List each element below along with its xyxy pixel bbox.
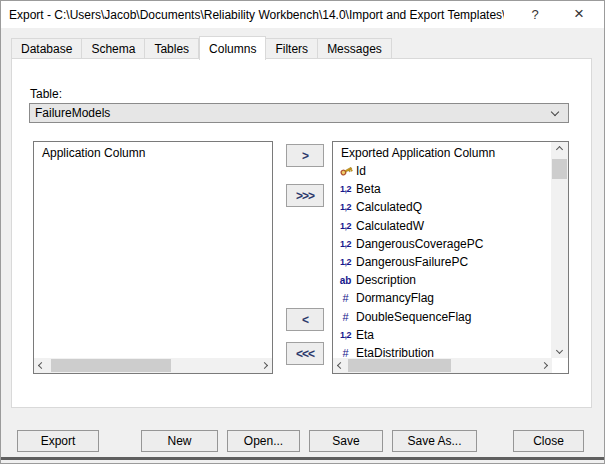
title-bar[interactable]: Export - C:\Users\Jacob\Documents\Reliab… (1, 1, 604, 28)
column-name: Id (356, 164, 366, 178)
number-icon: 1,2 (337, 202, 354, 212)
left-list-hscrollbar[interactable] (34, 358, 272, 373)
move-right-button[interactable]: > (286, 144, 324, 167)
application-column-list[interactable]: Application Column (33, 141, 273, 374)
column-name: DangerousCoveragePC (356, 237, 483, 251)
tab-filters[interactable]: Filters (266, 38, 318, 59)
scroll-down-icon[interactable] (552, 343, 567, 358)
number-icon: 1,2 (337, 330, 354, 340)
window-bottom-border (1, 457, 604, 460)
export-dialog: Export - C:\Users\Jacob\Documents\Reliab… (0, 0, 605, 464)
tab-messages[interactable]: Messages (318, 38, 392, 59)
open-button[interactable]: Open... (227, 430, 300, 452)
list-item[interactable]: 1,2 DangerousCoveragePC (333, 235, 551, 253)
help-button[interactable]: ? (518, 1, 552, 27)
tab-database[interactable]: Database (11, 38, 82, 59)
list-item[interactable]: # EtaDistribution (333, 344, 551, 358)
tab-strip: Database Schema Tables Columns Filters M… (11, 35, 392, 59)
left-list-hscroll-thumb[interactable] (51, 359, 171, 372)
move-all-left-button[interactable]: <<< (286, 342, 324, 365)
hash-icon: # (337, 311, 354, 323)
table-label: Table: (30, 87, 62, 101)
list-item[interactable]: 1,2 Eta (333, 326, 551, 344)
exported-column-rows: Id 1,2 Beta 1,2 CalculatedQ 1,2 Calculat… (333, 162, 551, 358)
tab-tables[interactable]: Tables (145, 38, 199, 59)
column-name: DoubleSequenceFlag (356, 310, 471, 324)
tab-schema[interactable]: Schema (82, 38, 145, 59)
hash-icon: # (337, 347, 354, 358)
right-list-vscrollbar[interactable] (551, 142, 568, 358)
list-item[interactable]: 1,2 CalculatedQ (333, 198, 551, 216)
column-name: Description (356, 273, 416, 287)
column-name: CalculatedW (356, 219, 424, 233)
column-name: DangerousFailurePC (356, 255, 468, 269)
list-item[interactable]: 1,2 CalculatedW (333, 217, 551, 235)
scroll-left-icon[interactable] (333, 358, 348, 373)
save-button[interactable]: Save (309, 430, 383, 452)
scroll-right-icon[interactable] (537, 358, 552, 373)
save-as-button[interactable]: Save As... (392, 430, 477, 452)
window-title: Export - C:\Users\Jacob\Documents\Reliab… (9, 8, 504, 22)
list-item[interactable]: Id (333, 162, 551, 180)
right-list-hscroll-thumb[interactable] (348, 359, 451, 372)
column-name: CalculatedQ (356, 200, 422, 214)
exported-column-list[interactable]: Exported Application Column (332, 141, 569, 374)
export-button[interactable]: Export (17, 430, 99, 452)
number-icon: 1,2 (337, 221, 354, 231)
move-left-button[interactable]: < (286, 308, 324, 331)
tab-columns[interactable]: Columns (199, 36, 266, 60)
hash-icon: # (337, 292, 354, 304)
list-item[interactable]: ab Description (333, 271, 551, 289)
list-item[interactable]: 1,2 Beta (333, 180, 551, 198)
new-button[interactable]: New (141, 430, 218, 452)
close-button[interactable]: Close (513, 430, 584, 452)
list-item[interactable]: # DoubleSequenceFlag (333, 308, 551, 326)
columns-tab-page: Table: FailureModels Application Column … (11, 58, 592, 408)
scroll-up-icon[interactable] (552, 142, 567, 157)
number-icon: 1,2 (337, 239, 354, 249)
table-combobox[interactable]: FailureModels (29, 103, 569, 123)
text-icon: ab (337, 275, 354, 286)
move-all-right-button[interactable]: >>> (286, 184, 324, 207)
column-name: Eta (356, 328, 374, 342)
chevron-down-icon (551, 108, 559, 116)
column-name: Beta (356, 182, 381, 196)
key-icon (337, 164, 354, 178)
list-item[interactable]: 1,2 DangerousFailurePC (333, 253, 551, 271)
exported-column-header: Exported Application Column (333, 142, 568, 160)
number-icon: 1,2 (337, 257, 354, 267)
right-list-vscroll-thumb[interactable] (552, 159, 567, 179)
scroll-right-icon[interactable] (257, 358, 272, 373)
scroll-left-icon[interactable] (34, 358, 49, 373)
application-column-header: Application Column (34, 142, 272, 160)
right-list-hscrollbar[interactable] (333, 358, 552, 373)
number-icon: 1,2 (337, 184, 354, 194)
table-combobox-value: FailureModels (35, 106, 110, 120)
column-name: EtaDistribution (356, 346, 434, 358)
list-item[interactable]: # DormancyFlag (333, 289, 551, 307)
close-icon[interactable]: × (562, 1, 596, 27)
column-name: DormancyFlag (356, 291, 434, 305)
